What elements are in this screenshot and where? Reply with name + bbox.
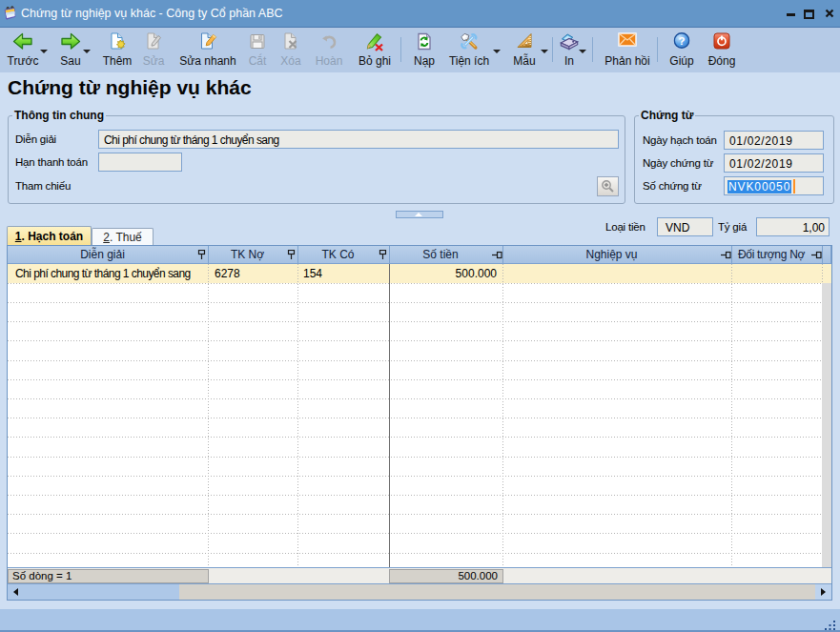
svg-text:?: ? — [678, 35, 685, 47]
